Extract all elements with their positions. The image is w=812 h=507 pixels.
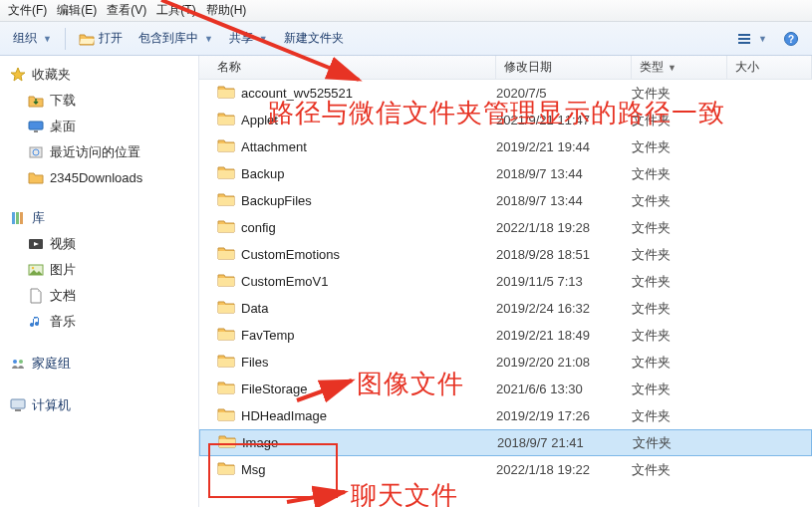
svg-rect-5 [29,122,43,129]
folder-icon [217,352,235,373]
folder-row[interactable]: Files2019/2/20 21:08文件夹 [199,349,812,376]
folder-name: Files [241,355,268,370]
folder-type: 文件夹 [632,165,727,183]
content-pane: 名称 修改日期 类型▼ 大小 account_wv5255212020/7/5文… [199,56,812,507]
folder-date: 2018/9/7 13:44 [496,193,632,208]
sidebar-item-pictures[interactable]: 图片 [4,257,194,283]
folder-date: 2019/2/24 16:32 [496,301,632,316]
sidebar-favorites[interactable]: 收藏夹 [4,62,194,88]
open-folder-icon [79,31,95,47]
menu-bar: 文件(F) 编辑(E) 查看(V) 工具(T) 帮助(H) [0,0,812,22]
folder-row[interactable]: Attachment2019/2/21 19:44文件夹 [199,133,812,160]
folder-type: 文件夹 [632,380,727,398]
column-header-size[interactable]: 大小 [727,56,812,79]
toolbar: 组织▼ 打开 包含到库中▼ 共享▼ 新建文件夹 ▼ ? [0,22,812,56]
menu-help[interactable]: 帮助(H) [202,0,251,21]
folder-name: FileStorage [241,381,307,396]
folder-name: Image [242,435,278,450]
menu-edit[interactable]: 编辑(E) [53,0,101,21]
toolbar-help[interactable]: ? [776,28,806,50]
folder-type: 文件夹 [632,85,727,103]
column-header-name[interactable]: 名称 [199,56,496,79]
folder-icon [217,83,235,104]
folder-icon [217,379,235,399]
folder-icon [217,217,235,238]
toolbar-organize[interactable]: 组织▼ [6,27,59,50]
folder-type: 文件夹 [632,192,727,210]
folder-row[interactable]: config2022/1/18 19:28文件夹 [199,214,812,241]
sidebar-computer[interactable]: 计算机 [4,392,194,418]
file-list[interactable]: account_wv5255212020/7/5文件夹Applet2021/9/… [199,80,812,507]
toolbar-include-in-library[interactable]: 包含到库中▼ [132,27,220,50]
folder-name: HDHeadImage [241,408,327,423]
folder-icon [217,298,235,319]
toolbar-open[interactable]: 打开 [72,27,130,50]
sidebar-item-2345downloads[interactable]: 2345Downloads [4,165,194,189]
column-header-date[interactable]: 修改日期 [496,56,632,79]
folder-name: CustomEmoV1 [241,274,328,289]
folder-icon [217,163,235,184]
toolbar-new-folder[interactable]: 新建文件夹 [277,27,351,50]
sidebar-homegroup[interactable]: 家庭组 [4,351,194,377]
folder-row[interactable]: CustomEmotions2018/9/28 18:51文件夹 [199,241,812,268]
folder-date: 2021/9/21 11:47 [496,113,632,127]
folder-row[interactable]: BackupFiles2018/9/7 13:44文件夹 [199,187,812,214]
folder-date: 2019/11/5 7:13 [496,274,632,289]
folder-date: 2022/1/18 19:28 [496,220,632,235]
document-icon [28,288,44,304]
folder-row[interactable]: CustomEmoV12019/11/5 7:13文件夹 [199,268,812,295]
column-header-type[interactable]: 类型▼ [632,56,727,79]
folder-row[interactable]: Msg2022/1/18 19:22文件夹 [199,456,812,483]
folder-row[interactable]: Image2018/9/7 21:41文件夹 [199,429,812,456]
folder-row[interactable]: FileStorage2021/6/6 13:30文件夹 [199,376,812,402]
svg-rect-2 [738,42,750,44]
toolbar-share[interactable]: 共享▼ [222,27,275,50]
homegroup-icon [10,356,26,372]
folder-type: 文件夹 [633,434,728,452]
svg-point-16 [19,360,23,364]
folder-date: 2019/2/21 18:49 [496,328,632,343]
menu-file[interactable]: 文件(F) [4,0,51,21]
music-icon [28,314,44,330]
toolbar-view-options[interactable]: ▼ [729,28,774,50]
computer-icon [10,397,26,413]
menu-tools[interactable]: 工具(T) [152,0,199,21]
folder-name: Msg [241,462,266,477]
folder-name: config [241,220,276,235]
folder-name: FavTemp [241,328,294,343]
download-icon [28,93,44,109]
folder-date: 2019/2/19 17:26 [496,408,632,423]
folder-row[interactable]: account_wv5255212020/7/5文件夹 [199,80,812,107]
sidebar-item-recent[interactable]: 最近访问的位置 [4,139,194,165]
sidebar-item-music[interactable]: 音乐 [4,309,194,335]
folder-row[interactable]: FavTemp2019/2/21 18:49文件夹 [199,322,812,349]
sidebar-libraries[interactable]: 库 [4,205,194,231]
folder-icon [217,244,235,265]
folder-type: 文件夹 [632,354,727,372]
folder-icon [217,190,235,211]
sidebar-item-downloads[interactable]: 下载 [4,88,194,114]
sidebar-item-desktop[interactable]: 桌面 [4,114,194,139]
sidebar-item-videos[interactable]: 视频 [4,231,194,257]
folder-type: 文件夹 [632,407,727,425]
folder-icon [28,169,44,185]
folder-row[interactable]: Data2019/2/24 16:32文件夹 [199,295,812,322]
menu-view[interactable]: 查看(V) [103,0,150,21]
folder-row[interactable]: Applet2021/9/21 11:47文件夹 [199,107,812,133]
view-icon [736,31,752,47]
sidebar-item-documents[interactable]: 文档 [4,283,194,309]
help-icon: ? [783,31,799,47]
folder-name: CustomEmotions [241,247,340,262]
folder-date: 2018/9/7 21:41 [497,435,633,450]
navigation-pane: 收藏夹 下载 桌面 最近访问的位置 2345Downloads 库 视频 [0,56,199,507]
column-header-row: 名称 修改日期 类型▼ 大小 [199,56,812,80]
recent-icon [28,144,44,160]
folder-row[interactable]: Backup2018/9/7 13:44文件夹 [199,160,812,187]
svg-text:?: ? [788,34,794,45]
svg-rect-6 [34,130,38,132]
folder-name: Attachment [241,139,307,154]
folder-type: 文件夹 [632,300,727,318]
star-icon [10,67,26,83]
folder-row[interactable]: HDHeadImage2019/2/19 17:26文件夹 [199,402,812,429]
svg-point-15 [13,360,17,364]
